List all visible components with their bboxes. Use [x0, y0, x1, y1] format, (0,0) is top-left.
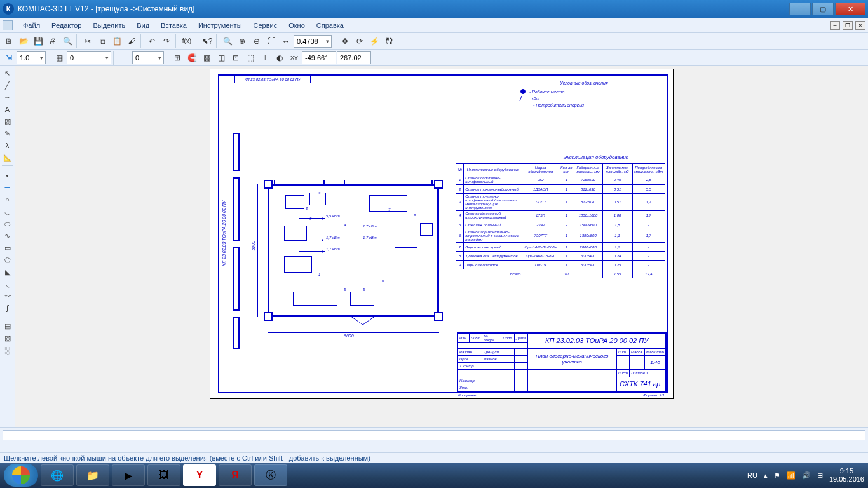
open-icon[interactable]: 📂: [17, 34, 31, 48]
mdi-minimize[interactable]: –: [830, 21, 840, 30]
angle-combo[interactable]: 0: [132, 51, 164, 64]
edit-tool-icon[interactable]: ✎: [1, 128, 14, 139]
coord-y-field[interactable]: 267.02: [337, 51, 371, 64]
snap4-icon[interactable]: ⬚: [243, 51, 257, 65]
format-painter-icon[interactable]: 🖌: [125, 34, 139, 48]
taskbar-ya2-icon[interactable]: Я: [219, 464, 252, 486]
bezier-icon[interactable]: ʃ: [1, 302, 14, 314]
ortho-icon[interactable]: ⊞: [170, 51, 184, 65]
fx-icon[interactable]: f(x): [180, 34, 194, 48]
snap2-icon[interactable]: ◫: [214, 51, 228, 65]
cut-icon[interactable]: ✂: [81, 34, 95, 48]
tray-volume-icon[interactable]: 🔊: [802, 471, 811, 480]
taskbar-explorer-icon[interactable]: 📁: [76, 464, 109, 486]
spline-icon[interactable]: ∿: [1, 230, 14, 241]
hatch-tool-icon[interactable]: ▨: [1, 116, 14, 127]
layer-icon[interactable]: ▦: [52, 51, 66, 65]
taskbar-ie-icon[interactable]: 🌐: [41, 464, 74, 486]
taskbar-app1-icon[interactable]: 🖼: [147, 464, 180, 486]
drawing-sheet: КП 23.02.03 ТОиРА 20 00 02 ПУ КП 23.02.0…: [210, 69, 674, 399]
print-icon[interactable]: 🖨: [46, 34, 60, 48]
save-icon[interactable]: 💾: [31, 34, 45, 48]
linewidth-combo[interactable]: 1.0: [17, 51, 46, 64]
xy-icon[interactable]: XY: [287, 51, 301, 65]
menu-insert[interactable]: Вставка: [156, 20, 192, 31]
perp-icon[interactable]: ⊥: [258, 51, 272, 65]
layer-combo[interactable]: 0: [67, 51, 111, 64]
drawing-canvas[interactable]: КП 23.02.03 ТОиРА 20 00 02 ПУ КП 23.02.0…: [15, 66, 868, 427]
chamfer-icon[interactable]: ◣: [1, 266, 14, 278]
tray-action-icon[interactable]: ⊞: [817, 471, 823, 480]
zoom-window-icon[interactable]: 🔍: [220, 34, 234, 48]
rotate-view-icon[interactable]: ⟳: [353, 34, 367, 48]
tray-network-icon[interactable]: 📶: [787, 471, 796, 480]
window-titlebar: К КОМПАС-3D LT V12 - [трещула ->Системны…: [0, 0, 868, 18]
undo-icon[interactable]: ↶: [145, 34, 159, 48]
point-icon[interactable]: •: [1, 170, 14, 181]
menu-service[interactable]: Сервис: [248, 20, 283, 31]
menu-tools[interactable]: Инструменты: [193, 20, 247, 31]
refresh-icon[interactable]: 🗘: [382, 34, 396, 48]
dim-tool-icon[interactable]: ↔: [1, 92, 14, 103]
zoom-in-icon[interactable]: ⊕: [235, 34, 249, 48]
style-icon[interactable]: —: [118, 51, 132, 65]
menu-file[interactable]: Файл: [18, 20, 45, 31]
menu-help[interactable]: Справка: [311, 20, 349, 31]
zoom-combo[interactable]: 0.4708: [294, 35, 332, 48]
select-arrow-icon[interactable]: ⬉?: [200, 34, 214, 48]
line-tool-icon[interactable]: ╱: [1, 79, 14, 91]
hatch2-icon[interactable]: ▤: [1, 320, 14, 332]
tray-lang[interactable]: RU: [747, 471, 757, 479]
spline2-icon[interactable]: 〰: [1, 290, 14, 302]
coord-x-field[interactable]: -49.661: [302, 51, 336, 64]
hatch3-icon[interactable]: ▧: [1, 332, 14, 344]
hatch4-icon[interactable]: ░: [1, 344, 14, 356]
menu-edit[interactable]: Редактор: [46, 20, 86, 31]
snap-icon[interactable]: ⇲: [2, 51, 16, 65]
text-tool-icon[interactable]: A: [1, 104, 14, 115]
minimize-button[interactable]: —: [789, 3, 811, 15]
mdi-restore[interactable]: ❐: [843, 21, 853, 30]
copy-icon[interactable]: ⧉: [95, 34, 109, 48]
taskbar-kompas-icon[interactable]: Ⓚ: [254, 464, 287, 486]
tray-chevron-up-icon[interactable]: ▴: [764, 471, 768, 480]
fillet-icon[interactable]: ◟: [1, 278, 14, 290]
measure-tool-icon[interactable]: 📐: [1, 152, 14, 163]
preview-icon[interactable]: 🔍: [60, 34, 74, 48]
pan-icon[interactable]: ✥: [338, 34, 352, 48]
arrow-tool-icon[interactable]: ↖: [1, 67, 14, 79]
taskbar-media-icon[interactable]: ▶: [112, 464, 145, 486]
snap3-icon[interactable]: ⊡: [229, 51, 243, 65]
circle-icon[interactable]: ○: [1, 194, 14, 205]
arc-icon[interactable]: ◡: [1, 206, 14, 217]
start-button[interactable]: [4, 464, 38, 487]
taskbar-yandex-icon[interactable]: Y: [183, 464, 216, 486]
zoom-out-icon[interactable]: ⊖: [250, 34, 264, 48]
zoom-fit-icon[interactable]: ⛶: [264, 34, 278, 48]
tray-flag-icon[interactable]: ⚑: [774, 471, 780, 480]
maximize-button[interactable]: ▢: [812, 3, 834, 15]
tray-clock[interactable]: 9:15 19.05.2016: [829, 467, 864, 484]
close-button[interactable]: ✕: [835, 3, 865, 15]
menu-select[interactable]: Выделить: [88, 20, 130, 31]
param-tool-icon[interactable]: λ: [1, 140, 14, 151]
zoom-pan-icon[interactable]: ↔: [279, 34, 293, 48]
mdi-close[interactable]: ×: [855, 21, 865, 30]
ellipse-icon[interactable]: ⬭: [1, 218, 14, 229]
segment-icon[interactable]: ─: [1, 182, 14, 193]
tangent-icon[interactable]: ◐: [273, 51, 287, 65]
grid-icon[interactable]: ▩: [200, 51, 214, 65]
floor-plan: 5,5 кВт 1,7 кВт 1,7 кВт 1,7 кВт 1,7 кВт …: [255, 177, 452, 342]
snap-magnet-icon[interactable]: 🧲: [185, 51, 199, 65]
paste-icon[interactable]: 📋: [110, 34, 124, 48]
menu-window[interactable]: Окно: [283, 20, 310, 31]
polygon-icon[interactable]: ⬠: [1, 254, 14, 266]
menu-view[interactable]: Вид: [132, 20, 154, 31]
rect-icon[interactable]: ▭: [1, 242, 14, 254]
new-icon[interactable]: 🗎: [2, 34, 16, 48]
system-menu-icon[interactable]: [3, 20, 13, 30]
redo-icon[interactable]: ↷: [159, 34, 173, 48]
redraw-icon[interactable]: ⚡: [367, 34, 381, 48]
command-input[interactable]: [3, 430, 865, 440]
left-tool-panel: ↖ ╱ ↔ A ▨ ✎ λ 📐 • ─ ○ ◡ ⬭ ∿ ▭ ⬠ ◣ ◟ 〰 ʃ …: [0, 66, 15, 427]
